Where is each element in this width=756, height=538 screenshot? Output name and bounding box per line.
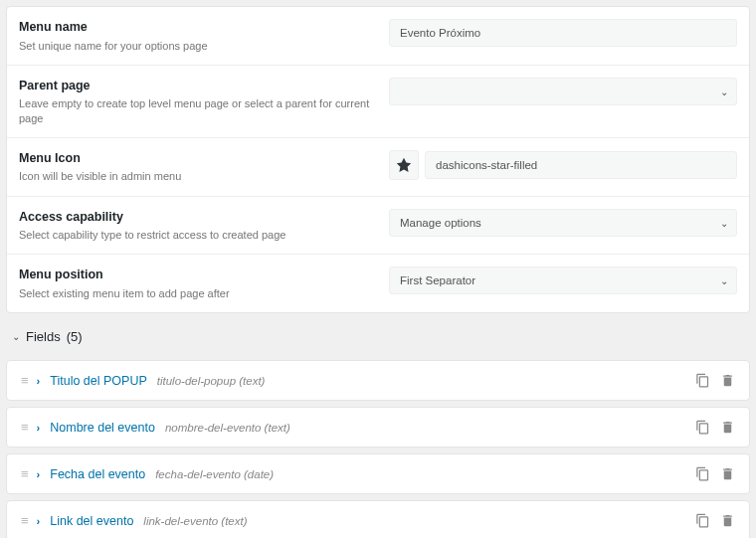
- row-parent-page: Parent page Leave empty to create top le…: [7, 66, 749, 138]
- chevron-down-icon: ⌄: [12, 331, 20, 342]
- row-menu-name: Menu name Set unique name for your optio…: [7, 7, 749, 66]
- parent-page-select[interactable]: ⌄: [389, 78, 737, 105]
- menu-position-select[interactable]: First Separator ⌄: [389, 267, 737, 294]
- chevron-down-icon: ⌄: [720, 86, 728, 96]
- fields-count: (5): [67, 329, 83, 344]
- desc-access-capability: Select capability type to restrict acces…: [19, 228, 373, 242]
- drag-handle-icon[interactable]: ≡: [21, 466, 27, 481]
- settings-panel: Menu name Set unique name for your optio…: [6, 6, 750, 313]
- field-title[interactable]: Titulo del POPUP: [50, 374, 147, 388]
- drag-handle-icon[interactable]: ≡: [21, 420, 27, 435]
- menu-icon-input[interactable]: dashicons-star-filled: [425, 151, 737, 179]
- row-menu-icon: Menu Icon Icon will be visible in admin …: [7, 138, 749, 197]
- chevron-right-icon[interactable]: ›: [37, 422, 41, 434]
- copy-icon[interactable]: [695, 373, 710, 388]
- row-menu-position: Menu position Select existing menu item …: [7, 255, 749, 312]
- label-menu-name: Menu name: [19, 19, 373, 37]
- chevron-down-icon: ⌄: [720, 217, 728, 228]
- copy-icon[interactable]: [695, 466, 710, 481]
- field-row[interactable]: ≡›Fecha del eventofecha-del-evento (date…: [6, 453, 750, 494]
- field-title[interactable]: Fecha del evento: [50, 467, 145, 481]
- chevron-right-icon[interactable]: ›: [37, 375, 41, 387]
- field-row[interactable]: ≡›Titulo del POPUPtitulo-del-popup (text…: [6, 360, 750, 401]
- trash-icon[interactable]: [720, 420, 735, 435]
- fields-section-toggle[interactable]: ⌄ Fields (5): [0, 319, 756, 354]
- desc-menu-icon: Icon will be visible in admin menu: [19, 169, 373, 183]
- drag-handle-icon[interactable]: ≡: [21, 513, 27, 528]
- field-meta: fecha-del-evento (date): [155, 468, 274, 480]
- label-menu-position: Menu position: [19, 267, 373, 284]
- access-capability-select[interactable]: Manage options ⌄: [389, 209, 737, 237]
- menu-name-input[interactable]: Evento Próximo: [389, 19, 737, 47]
- fields-section-title: Fields: [26, 329, 61, 344]
- row-access-capability: Access capability Select capability type…: [7, 197, 749, 256]
- chevron-right-icon[interactable]: ›: [37, 468, 41, 480]
- copy-icon[interactable]: [695, 513, 710, 528]
- label-parent-page: Parent page: [19, 78, 373, 95]
- trash-icon[interactable]: [720, 373, 735, 388]
- desc-parent-page: Leave empty to create top level menu pag…: [19, 96, 373, 125]
- drag-handle-icon[interactable]: ≡: [21, 373, 27, 388]
- desc-menu-name: Set unique name for your options page: [19, 39, 373, 53]
- chevron-down-icon: ⌄: [720, 275, 728, 286]
- field-meta: link-del-evento (text): [143, 515, 247, 527]
- fields-list: ≡›Titulo del POPUPtitulo-del-popup (text…: [0, 360, 756, 538]
- label-access-capability: Access capability: [19, 209, 373, 227]
- trash-icon[interactable]: [720, 466, 735, 481]
- desc-menu-position: Select existing menu item to add page af…: [19, 286, 373, 300]
- label-menu-icon: Menu Icon: [19, 150, 373, 168]
- field-title[interactable]: Link del evento: [50, 514, 133, 528]
- field-title[interactable]: Nombre del evento: [50, 421, 155, 435]
- copy-icon[interactable]: [695, 420, 710, 435]
- icon-preview-button[interactable]: [389, 150, 419, 180]
- field-meta: titulo-del-popup (text): [157, 375, 266, 387]
- field-meta: nombre-del-evento (text): [165, 422, 290, 434]
- field-row[interactable]: ≡›Nombre del eventonombre-del-evento (te…: [6, 407, 750, 448]
- star-icon: [396, 157, 412, 173]
- trash-icon[interactable]: [720, 513, 735, 528]
- field-row[interactable]: ≡›Link del eventolink-del-evento (text): [6, 500, 750, 538]
- chevron-right-icon[interactable]: ›: [37, 515, 41, 527]
